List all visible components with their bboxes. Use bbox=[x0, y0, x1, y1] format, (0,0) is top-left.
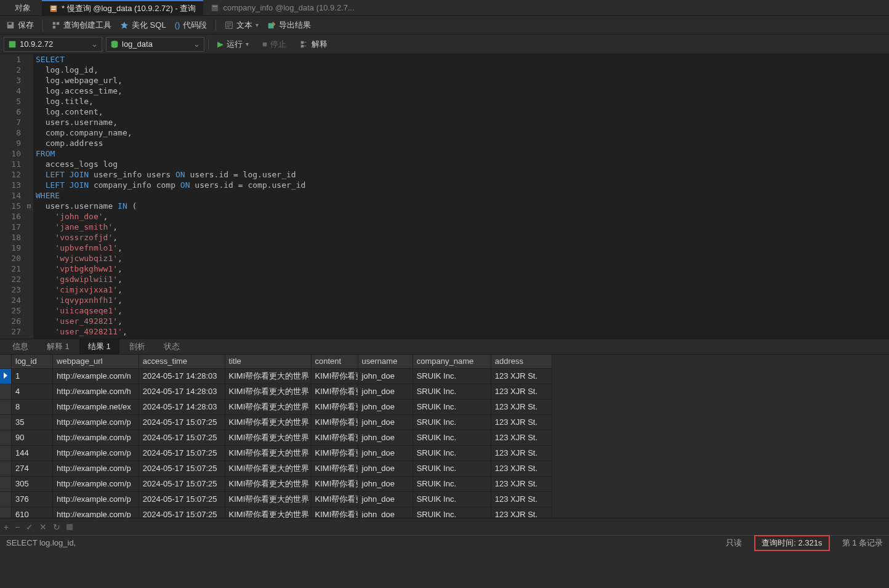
server-icon bbox=[8, 40, 17, 49]
line-gutter: 1234567891011121314151617181920212223242… bbox=[0, 54, 25, 339]
svg-rect-4 bbox=[213, 6, 217, 7]
table-row[interactable]: 90http://example.com/p2024-05-17 15:07:2… bbox=[0, 430, 552, 445]
svg-rect-1 bbox=[52, 6, 56, 7]
chevron-down-icon: ⌄ bbox=[91, 39, 98, 49]
beautify-sql-button[interactable]: 美化 SQL bbox=[120, 20, 166, 31]
table-row[interactable]: 8http://example.net/ex2024-05-17 14:28:0… bbox=[0, 399, 552, 414]
svg-rect-11 bbox=[301, 41, 304, 43]
database-icon bbox=[110, 40, 119, 49]
column-header[interactable]: company_name bbox=[412, 355, 491, 368]
stop-button: ■ 停止 bbox=[257, 39, 291, 50]
export-icon bbox=[267, 21, 276, 30]
code-area[interactable]: SELECT log.log_id, log.webpage_url, log.… bbox=[33, 54, 889, 339]
refresh-button[interactable]: ↻ bbox=[53, 522, 60, 532]
tab-result[interactable]: 结果 1 bbox=[79, 339, 119, 354]
chevron-down-icon: ⌄ bbox=[193, 39, 200, 49]
column-header[interactable]: title bbox=[225, 355, 311, 368]
tab-company-info[interactable]: company_info @log_data (10.9.2.7... bbox=[203, 0, 361, 16]
table-row[interactable]: 274http://example.com/p2024-05-17 15:07:… bbox=[0, 461, 552, 476]
grid-toolbar: + − ✓ ✕ ↻ bbox=[0, 518, 889, 535]
column-header[interactable]: log_id bbox=[12, 355, 53, 368]
column-header[interactable]: username bbox=[358, 355, 412, 368]
column-header[interactable]: webpage_url bbox=[53, 355, 139, 368]
fold-gutter[interactable]: ⊟ bbox=[25, 54, 33, 339]
add-row-button[interactable]: + bbox=[4, 522, 9, 532]
table-row[interactable]: 4http://example.com/h2024-05-17 14:28:03… bbox=[0, 384, 552, 399]
svg-rect-9 bbox=[9, 41, 16, 47]
table-row[interactable]: 376http://example.com/p2024-05-17 15:07:… bbox=[0, 491, 552, 507]
chevron-down-icon: ▾ bbox=[255, 22, 259, 28]
result-tabs: 信息 解释 1 结果 1 剖析 状态 bbox=[0, 339, 889, 355]
sql-editor[interactable]: 1234567891011121314151617181920212223242… bbox=[0, 54, 889, 339]
beautify-icon bbox=[120, 21, 129, 30]
query-builder-button[interactable]: 查询创建工具 bbox=[52, 20, 111, 31]
tab-label: company_info @log_data (10.9.2.7... bbox=[223, 3, 354, 12]
database-combo[interactable]: log_data ⌄ bbox=[106, 37, 204, 52]
main-toolbar: 保存 查询创建工具 美化 SQL () 代码段 文本 ▾ 导出结果 bbox=[0, 16, 889, 34]
query-icon bbox=[49, 4, 58, 13]
export-button[interactable]: 导出结果 bbox=[267, 20, 311, 31]
table-row[interactable]: 35http://example.com/p2024-05-17 15:07:2… bbox=[0, 414, 552, 430]
delete-row-button[interactable]: − bbox=[15, 522, 20, 532]
column-header[interactable]: address bbox=[491, 355, 552, 368]
builder-icon bbox=[52, 21, 60, 30]
table-row[interactable]: 610http://example.com/p2024-05-17 15:07:… bbox=[0, 507, 552, 518]
save-icon bbox=[6, 21, 15, 30]
explain-button[interactable]: 解释 bbox=[295, 39, 332, 50]
server-combo[interactable]: 10.9.2.72 ⌄ bbox=[4, 37, 102, 52]
apply-button[interactable]: ✓ bbox=[26, 522, 33, 532]
svg-rect-12 bbox=[301, 44, 304, 47]
table-row[interactable]: 1http://example.com/n2024-05-17 14:28:03… bbox=[0, 368, 552, 384]
tab-slow-query[interactable]: * 慢查询 @log_data (10.9.2.72) - 查询 bbox=[42, 0, 203, 16]
table-row[interactable]: 144http://example.com/p2024-05-17 15:07:… bbox=[0, 445, 552, 461]
status-sql: SELECT log.log_id, bbox=[6, 538, 76, 547]
tab-status[interactable]: 状态 bbox=[155, 339, 188, 354]
svg-rect-2 bbox=[52, 9, 56, 10]
snippet-icon: () bbox=[175, 20, 180, 30]
column-header[interactable]: access_time bbox=[139, 355, 225, 368]
tab-explain[interactable]: 解释 1 bbox=[38, 339, 78, 354]
text-icon bbox=[225, 21, 233, 30]
explain-icon bbox=[300, 40, 308, 49]
cancel-button[interactable]: ✕ bbox=[39, 522, 47, 532]
save-button[interactable]: 保存 bbox=[6, 20, 34, 31]
snippet-button[interactable]: () 代码段 bbox=[175, 20, 207, 31]
run-button[interactable]: ▶ 运行 ▾ bbox=[212, 39, 254, 50]
query-time: 查询时间: 2.321s bbox=[754, 535, 829, 551]
stop-load-button[interactable] bbox=[66, 524, 73, 530]
readonly-label: 只读 bbox=[726, 538, 742, 549]
record-position: 第 1 条记录 bbox=[842, 538, 883, 549]
table-row[interactable]: 305http://example.com/p2024-05-17 15:07:… bbox=[0, 476, 552, 491]
chevron-down-icon: ▾ bbox=[246, 41, 249, 47]
tab-label: * 慢查询 @log_data (10.9.2.72) - 查询 bbox=[62, 3, 196, 14]
svg-rect-6 bbox=[9, 22, 12, 25]
result-grid[interactable]: log_idwebpage_urlaccess_timetitlecontent… bbox=[0, 355, 889, 518]
tab-profile[interactable]: 剖析 bbox=[121, 339, 154, 354]
connection-toolbar: 10.9.2.72 ⌄ log_data ⌄ ▶ 运行 ▾ ■ 停止 解释 bbox=[0, 34, 889, 54]
tab-info[interactable]: 信息 bbox=[4, 339, 37, 354]
status-bar: SELECT log.log_id, 只读 查询时间: 2.321s 第 1 条… bbox=[0, 535, 889, 550]
document-tabs: 对象 * 慢查询 @log_data (10.9.2.72) - 查询 comp… bbox=[0, 0, 889, 16]
objects-tab[interactable]: 对象 bbox=[0, 2, 42, 14]
column-header[interactable]: content bbox=[311, 355, 358, 368]
text-button[interactable]: 文本 ▾ bbox=[225, 20, 259, 31]
stop-icon: ■ bbox=[262, 39, 267, 49]
play-icon: ▶ bbox=[217, 39, 223, 49]
svg-rect-3 bbox=[212, 4, 219, 11]
table-icon bbox=[211, 4, 219, 12]
